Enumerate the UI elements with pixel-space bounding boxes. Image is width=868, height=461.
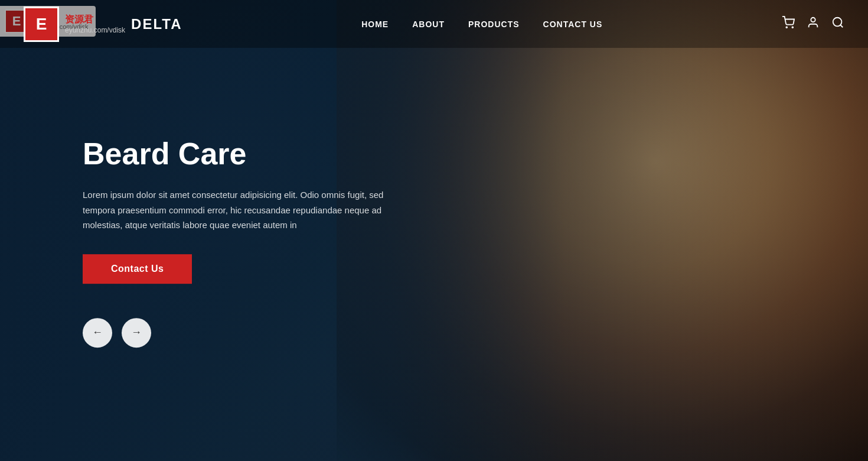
navbar: E 资源君 eyunzhu.com/vdisk DELTA HOME ABOUT… (0, 0, 868, 48)
search-icon[interactable] (831, 16, 844, 32)
svg-point-0 (786, 27, 787, 28)
logo-site-name: DELTA (131, 16, 182, 33)
svg-point-2 (811, 18, 815, 22)
nav-links: HOME ABOUT PRODUCTS CONTACT US (361, 19, 602, 30)
nav-link-products[interactable]: PRODUCTS (468, 20, 520, 29)
logo[interactable]: E 资源君 eyunzhu.com/vdisk DELTA (24, 7, 182, 42)
svg-point-1 (792, 27, 793, 28)
slider-prev-button[interactable]: ← (83, 318, 112, 348)
hero-overlay-gradient (337, 0, 868, 461)
svg-point-3 (833, 18, 842, 27)
hero-content: Beard Care Lorem ipsum dolor sit amet co… (83, 137, 413, 348)
nav-item-contact[interactable]: CONTACT US (543, 19, 603, 30)
cart-icon[interactable] (782, 16, 795, 32)
logo-brand-url: eyunzhu.com/vdisk (65, 26, 125, 34)
contact-us-button[interactable]: Contact Us (83, 254, 192, 284)
nav-link-about[interactable]: ABOUT (412, 20, 445, 29)
nav-item-products[interactable]: PRODUCTS (468, 19, 520, 30)
nav-item-about[interactable]: ABOUT (412, 19, 445, 30)
slider-controls: ← → (83, 318, 413, 348)
logo-brand-cn: 资源君 (65, 14, 125, 26)
logo-text: 资源君 eyunzhu.com/vdisk (65, 14, 125, 34)
user-icon[interactable] (807, 16, 820, 32)
nav-item-home[interactable]: HOME (361, 19, 389, 30)
hero-description: Lorem ipsum dolor sit amet consectetur a… (83, 187, 413, 233)
nav-icons (782, 16, 844, 32)
nav-link-contact[interactable]: CONTACT US (543, 20, 603, 29)
hero-section: E 资源君 eyunzhu.com/vdisk E 资源君 eyunzhu.co… (0, 0, 868, 461)
logo-box: E (24, 7, 59, 42)
hero-title: Beard Care (83, 137, 413, 171)
slider-next-button[interactable]: → (122, 318, 151, 348)
nav-link-home[interactable]: HOME (361, 20, 389, 29)
